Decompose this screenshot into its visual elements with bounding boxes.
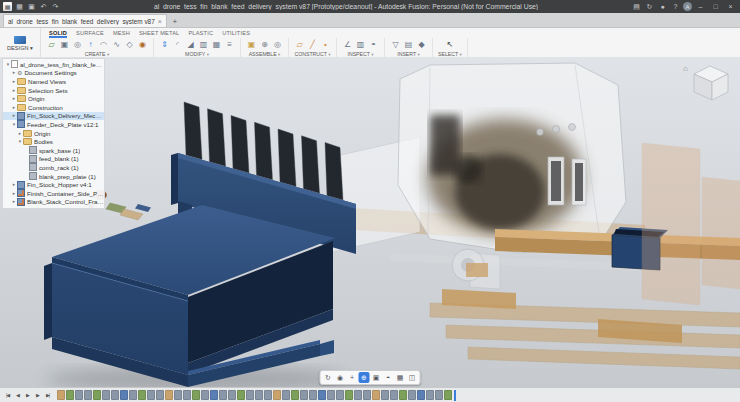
look-at-icon[interactable]: ◉: [335, 372, 346, 383]
browser-tree-row[interactable]: blank_prep_plate (1): [3, 172, 104, 181]
view-cube[interactable]: ⌂: [683, 60, 735, 102]
timeline-feature-icon[interactable]: [300, 390, 308, 400]
shell-icon[interactable]: ▥: [198, 39, 209, 50]
go-to-end-button[interactable]: ▶|: [43, 390, 52, 400]
timeline-feature-icon[interactable]: [192, 390, 200, 400]
help-icon[interactable]: ?: [670, 1, 681, 12]
timeline-feature-icon[interactable]: [156, 390, 164, 400]
browser-tree-row[interactable]: ▸Selection Sets: [3, 86, 104, 95]
timeline-feature-icon[interactable]: [426, 390, 434, 400]
press-pull-icon[interactable]: ⇕: [159, 39, 170, 50]
timeline-feature-icon[interactable]: [219, 390, 227, 400]
timeline-feature-icon[interactable]: [264, 390, 272, 400]
grid-snaps-icon[interactable]: ▦: [395, 372, 406, 383]
timeline-feature-icon[interactable]: [291, 390, 299, 400]
minimize-button[interactable]: –: [694, 1, 707, 12]
fillet-icon[interactable]: ◜: [172, 39, 183, 50]
joint-icon[interactable]: ⊕: [259, 39, 270, 50]
document-tab[interactable]: al_drone_tess_fin_blank_feed_delivery_sy…: [3, 14, 167, 27]
sweep-icon[interactable]: ∿: [111, 39, 122, 50]
new-component-icon[interactable]: ▣: [246, 39, 257, 50]
redo-icon[interactable]: ↷: [50, 1, 61, 12]
timeline-feature-icon[interactable]: [120, 390, 128, 400]
timeline-feature-icon[interactable]: [399, 390, 407, 400]
display-settings-icon[interactable]: ◓: [383, 372, 394, 383]
timeline-feature-icon[interactable]: [273, 390, 281, 400]
save-icon[interactable]: ▣: [26, 1, 37, 12]
timeline-feature-icon[interactable]: [435, 390, 443, 400]
timeline-feature-icon[interactable]: [75, 390, 83, 400]
timeline-feature-icon[interactable]: [138, 390, 146, 400]
timeline-feature-icon[interactable]: [246, 390, 254, 400]
timeline-feature-icon[interactable]: [408, 390, 416, 400]
ribbon-tab-sheet-metal[interactable]: SHEET METAL: [139, 28, 180, 38]
ribbon-tab-solid[interactable]: SOLID: [49, 28, 67, 38]
timeline-feature-icon[interactable]: [174, 390, 182, 400]
ribbon-tab-plastic[interactable]: PLASTIC: [188, 28, 213, 38]
timeline-feature-icon[interactable]: [183, 390, 191, 400]
timeline-feature-icon[interactable]: [417, 390, 425, 400]
timeline-feature-icon[interactable]: [237, 390, 245, 400]
browser-tree-row[interactable]: ▸Named Views: [3, 77, 104, 86]
insert-mesh-icon[interactable]: ◆: [416, 39, 427, 50]
loft-icon[interactable]: ◇: [124, 39, 135, 50]
browser-tree-row[interactable]: ▾Feeder_Deck_Plate v12:1: [3, 120, 104, 129]
ribbon-tab-surface[interactable]: SURFACE: [76, 28, 104, 38]
timeline-feature-icon[interactable]: [201, 390, 209, 400]
timeline-feature-icon[interactable]: [57, 390, 65, 400]
timeline-feature-icon[interactable]: [444, 390, 452, 400]
timeline-feature-icon[interactable]: [129, 390, 137, 400]
browser-tree-row[interactable]: ▸Blank_Stack_Control_Frame v5:1: [3, 198, 104, 207]
combine-icon[interactable]: ▦: [211, 39, 222, 50]
timeline-feature-icon[interactable]: [354, 390, 362, 400]
ribbon-tab-mesh[interactable]: MESH: [113, 28, 130, 38]
step-back-button[interactable]: ◀: [13, 390, 22, 400]
close-button[interactable]: ×: [724, 1, 737, 12]
play-button[interactable]: ▶: [23, 390, 32, 400]
data-panel-icon[interactable]: ▦: [14, 1, 25, 12]
undo-icon[interactable]: ↶: [38, 1, 49, 12]
timeline-feature-icon[interactable]: [390, 390, 398, 400]
create-sketch-icon[interactable]: ▱: [46, 39, 57, 50]
browser-tree-row[interactable]: ▾al_drone_tess_fin_blank_feed_delivery_s…: [3, 60, 104, 69]
browser-tree-row[interactable]: ▸Fin_Stock_Hopper v4:1: [3, 180, 104, 189]
pan-icon[interactable]: +: [347, 372, 358, 383]
browser-tree-row[interactable]: spark_base (1): [3, 146, 104, 155]
browser-tree-row[interactable]: feed_blank (1): [3, 155, 104, 164]
timeline-feature-icon[interactable]: [345, 390, 353, 400]
notifications-icon[interactable]: ●: [657, 1, 668, 12]
viewports-icon[interactable]: ◫: [407, 372, 418, 383]
go-to-start-button[interactable]: |◀: [3, 390, 12, 400]
timeline-feature-icon[interactable]: [282, 390, 290, 400]
zoom-icon[interactable]: ⊕: [359, 372, 370, 383]
construction-plane-icon[interactable]: ▱: [294, 39, 305, 50]
new-tab-button[interactable]: +: [169, 15, 181, 27]
decal-icon[interactable]: ▤: [403, 39, 414, 50]
job-status-icon[interactable]: ↻: [644, 1, 655, 12]
data-panel-grid-icon[interactable]: ▦: [3, 2, 12, 11]
timeline-feature-icon[interactable]: [372, 390, 380, 400]
maximize-button[interactable]: □: [709, 1, 722, 12]
section-analysis-icon[interactable]: ▥: [355, 39, 366, 50]
timeline-feature-icon[interactable]: [327, 390, 335, 400]
fit-icon[interactable]: ▣: [371, 372, 382, 383]
timeline-feature-icon[interactable]: [363, 390, 371, 400]
timeline-feature-icon[interactable]: [84, 390, 92, 400]
timeline-feature-icon[interactable]: [228, 390, 236, 400]
browser-tree-row[interactable]: ▸Construction: [3, 103, 104, 112]
cylinder-icon[interactable]: ◎: [72, 39, 83, 50]
timeline-feature-icon[interactable]: [147, 390, 155, 400]
display-analysis-icon[interactable]: ◓: [368, 39, 379, 50]
workspace-selector[interactable]: DESIGN ▾: [0, 28, 41, 58]
select-icon[interactable]: ↖: [444, 39, 455, 50]
chamfer-icon[interactable]: ◢: [185, 39, 196, 50]
revolve-icon[interactable]: ◠: [98, 39, 109, 50]
construction-point-icon[interactable]: •: [320, 39, 331, 50]
browser-tree-row[interactable]: ▸Fin_Stock_Delivery_Mechanism v23:1: [3, 112, 104, 121]
profile-avatar[interactable]: A: [683, 2, 692, 11]
timeline-feature-icon[interactable]: [102, 390, 110, 400]
orbit-icon[interactable]: ↻: [323, 372, 334, 383]
model-viewport[interactable]: ⌂ ▾al_drone_tess_fin_blank_feed_delivery…: [0, 57, 740, 402]
box-icon[interactable]: ▣: [59, 39, 70, 50]
timeline-feature-icon[interactable]: [66, 390, 74, 400]
